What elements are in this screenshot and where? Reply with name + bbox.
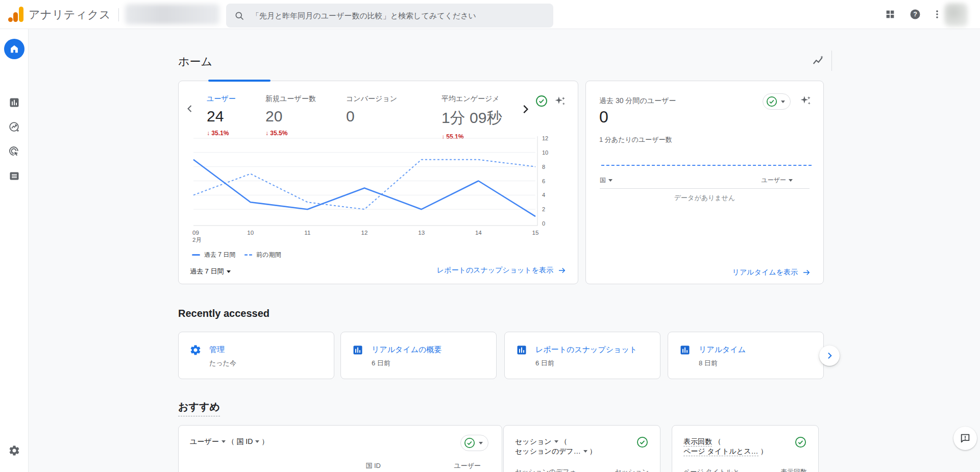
data-quality-dropdown[interactable] [460, 435, 488, 451]
sidebar-item-explore[interactable] [8, 121, 20, 133]
metrics-scroll-left-button[interactable] [184, 103, 196, 115]
metric-value: 24 [207, 108, 264, 125]
feedback-icon [960, 433, 971, 444]
data-quality-button[interactable] [636, 436, 649, 449]
recent-card-realtime[interactable]: リアルタイム 8 日前 [668, 332, 824, 379]
svg-text:09: 09 [192, 230, 199, 236]
more-options-button[interactable] [930, 7, 944, 21]
carousel-next-button[interactable] [819, 345, 840, 366]
date-range-selector[interactable]: 過去 7 日間 [190, 267, 231, 276]
realtime-metric-header[interactable]: ユーザー [761, 176, 793, 185]
caret-down-icon [255, 440, 259, 443]
search-bar[interactable] [226, 4, 553, 28]
legend-previous-swatch [244, 254, 252, 256]
sidebar-item-advertising[interactable] [8, 145, 20, 158]
metric-dropdown[interactable]: ユーザー [190, 437, 226, 446]
caret-down-icon [781, 101, 785, 103]
data-quality-button[interactable] [535, 94, 548, 108]
suggested-card-header: セッション （ セッションのデフ… ） [515, 437, 597, 456]
metric-label: 新規ユーザー数 [265, 94, 345, 104]
column-header-metric: セッション [615, 467, 649, 472]
top-bar: アナリティクス ? [0, 0, 980, 29]
gear-icon [189, 344, 202, 356]
recent-card-label[interactable]: 管理 [209, 345, 225, 355]
help-icon: ? [909, 8, 921, 20]
recent-card-realtime-overview[interactable]: リアルタイムの概要 6 日前 [340, 332, 497, 379]
sidebar-item-library[interactable] [8, 170, 20, 182]
suggested-title: おすすめ [178, 400, 220, 414]
search-input[interactable] [252, 11, 537, 20]
ai-insights-button[interactable] [554, 95, 567, 108]
realtime-title: 過去 30 分間のユーザー [599, 96, 676, 106]
metric-new-users[interactable]: 新規ユーザー数 20 ↓ 35.5% [265, 94, 345, 137]
check-circle-icon [463, 437, 476, 449]
selected-metric-indicator [208, 80, 271, 82]
bar-chart-icon [679, 344, 691, 356]
metric-avg-engagement[interactable]: 平均エンゲージメ 1分 09秒 ↓ 55.1% [442, 94, 517, 140]
recent-card-label[interactable]: リアルタイム [699, 345, 746, 355]
page-title: ホーム [178, 54, 212, 69]
check-circle-icon [794, 436, 807, 449]
recently-accessed-title: Recently accessed [178, 308, 270, 319]
feedback-button[interactable] [953, 427, 977, 450]
reports-snapshot-link[interactable]: レポートのスナップショットを表示 [437, 266, 567, 275]
dimension-dropdown[interactable]: セッションのデフ… [515, 446, 587, 456]
suggested-card-users-by-country[interactable]: ユーザー （ 国 ID ） 国 ID ユーザー [178, 425, 502, 472]
svg-text:14: 14 [475, 230, 482, 236]
sidebar-item-reports[interactable] [8, 96, 20, 109]
bar-chart-icon [516, 344, 528, 356]
data-quality-button[interactable] [794, 436, 807, 449]
suggested-card-header: ユーザー （ 国 ID ） [190, 437, 268, 446]
metric-conversions[interactable]: コンバージョン 0 [346, 94, 440, 125]
header-divider [118, 8, 119, 21]
overview-footer: 過去 7 日間 レポートのスナップショットを表示 [179, 265, 578, 280]
dimension-dropdown[interactable]: 国 ID [236, 437, 259, 446]
ai-insights-button[interactable] [799, 94, 812, 107]
metric-users[interactable]: ユーザー 24 ↓ 35.1% [207, 94, 264, 137]
column-header-dimension: ページ タイトルと… [683, 467, 746, 472]
insights-button[interactable] [812, 54, 825, 67]
search-icon [234, 11, 244, 21]
metric-value: 20 [265, 108, 345, 125]
avatar[interactable] [944, 3, 968, 27]
view-realtime-link[interactable]: リアルタイムを表示 [732, 268, 811, 277]
metric-label: 平均エンゲージメ [442, 94, 517, 104]
column-header-metric: 表示回数 [780, 467, 807, 472]
caret-down-icon [479, 442, 483, 444]
sidebar-item-admin[interactable] [8, 444, 20, 457]
caret-down-icon [608, 179, 612, 182]
no-data-text: データがありません [586, 193, 823, 203]
grid-apps-button[interactable] [883, 7, 897, 21]
metric-term[interactable]: 表示回数 [683, 437, 712, 446]
data-quality-dropdown[interactable] [763, 93, 791, 110]
svg-text:2: 2 [542, 206, 545, 212]
property-selector-redacted[interactable] [125, 4, 219, 24]
svg-text:10: 10 [542, 150, 548, 156]
recent-card-admin[interactable]: 管理 たった今 [178, 332, 334, 379]
chevron-left-icon [184, 103, 196, 115]
analytics-logo-icon[interactable] [8, 7, 23, 22]
metric-dropdown[interactable]: セッション [515, 437, 558, 446]
suggested-card-sessions[interactable]: セッション （ セッションのデフ… ） セッションのデフォ… セッション [503, 425, 660, 472]
realtime-dimension-header[interactable]: 国 [600, 176, 612, 185]
table-divider [600, 188, 810, 189]
recent-card-reports-snapshot[interactable]: レポートのスナップショット 6 日前 [504, 332, 660, 379]
legend-current-swatch [192, 254, 200, 256]
sidebar-item-home[interactable] [4, 39, 24, 59]
help-button[interactable]: ? [908, 7, 922, 21]
suggested-card-views[interactable]: 表示回数 （ ページ タイトルとス… ） ページ タイトルと… 表示回数 [672, 425, 819, 472]
svg-text:0: 0 [542, 220, 545, 227]
svg-text:2月: 2月 [192, 237, 202, 243]
sparkle-icon [554, 95, 567, 108]
overview-card: ユーザー 24 ↓ 35.1% 新規ユーザー数 20 ↓ 35.5% コンバージ… [178, 81, 578, 284]
recent-card-label[interactable]: リアルタイムの概要 [372, 345, 442, 355]
trend-chart[interactable]: 024681012091011121314152月 [191, 135, 558, 244]
svg-text:6: 6 [542, 178, 545, 184]
recent-card-time: たった今 [209, 359, 236, 368]
svg-text:8: 8 [542, 164, 545, 170]
recent-card-label[interactable]: レポートのスナップショット [535, 345, 637, 355]
metrics-scroll-right-button[interactable] [519, 103, 532, 116]
dimension-term[interactable]: ページ タイトルとス… [683, 447, 758, 456]
metric-value: 0 [346, 108, 440, 125]
svg-text:10: 10 [247, 230, 254, 236]
